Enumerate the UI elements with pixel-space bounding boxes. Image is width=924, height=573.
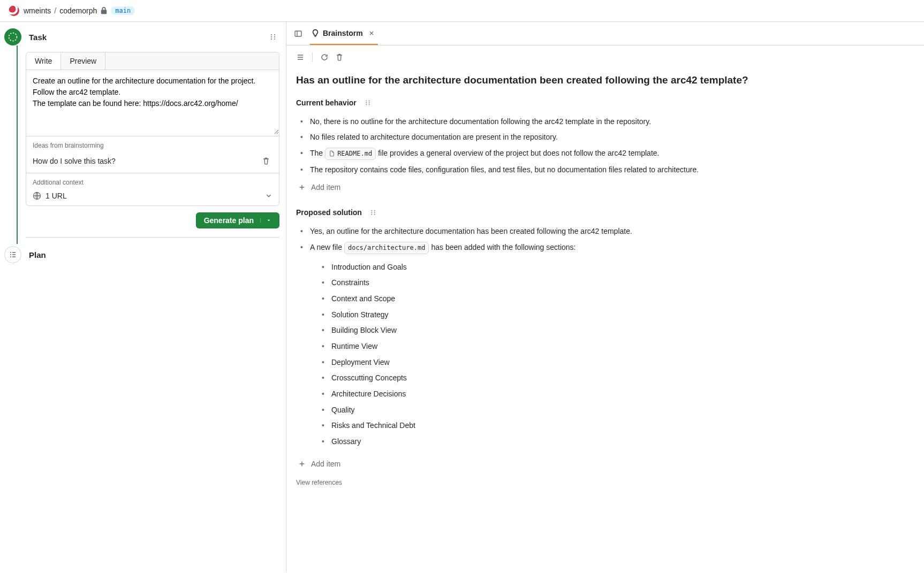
refresh-button[interactable]: [318, 51, 331, 64]
proposed-solution-list: Yes, an outline for the architecture doc…: [296, 224, 914, 454]
list-item: No, there is no outline for the architec…: [296, 114, 914, 130]
svg-point-14: [369, 104, 370, 105]
list-item: The repository contains code files, conf…: [296, 162, 914, 178]
list-item: Glossary: [317, 434, 914, 450]
text: has been added with the following sectio…: [431, 242, 575, 254]
tab-brainstorm-label: Brainstorm: [323, 29, 363, 37]
task-node-icon: [4, 28, 21, 45]
context-item-label: 1 URL: [46, 192, 67, 200]
generate-plan-button[interactable]: Generate plan: [196, 212, 279, 228]
list-item: Introduction and Goals: [317, 259, 914, 276]
current-behavior-heading: Current behavior: [296, 97, 914, 109]
left-pane: Task Write Preview Ideas from brainstorm…: [0, 22, 286, 572]
svg-point-11: [366, 104, 367, 105]
add-item-proposed[interactable]: Add item: [296, 456, 914, 478]
file-icon: [329, 150, 335, 157]
branch-pill[interactable]: main: [111, 6, 135, 15]
task-node-row: Task: [4, 28, 279, 45]
tab-write[interactable]: Write: [26, 52, 61, 70]
right-pane: Brainstorm Has an outline for the archit…: [286, 22, 924, 572]
trash-icon: [335, 53, 344, 62]
panel-toggle-icon[interactable]: [294, 29, 302, 38]
list-item: Runtime View: [317, 339, 914, 355]
svg-point-1: [271, 34, 272, 35]
trash-icon: [262, 157, 270, 165]
toolbar-divider: [312, 52, 313, 62]
svg-point-13: [369, 102, 370, 103]
svg-point-16: [371, 212, 372, 213]
editor-tabs: Write Preview: [26, 52, 279, 70]
view-references-link[interactable]: View references: [296, 479, 342, 486]
list-item: The README.md file provides a general ov…: [296, 146, 914, 162]
svg-point-17: [371, 214, 372, 215]
current-behavior-list: No, there is no outline for the architec…: [296, 114, 914, 178]
drag-handle-icon[interactable]: [267, 30, 279, 43]
delete-idea-button[interactable]: [260, 155, 272, 167]
list-item: Deployment View: [317, 355, 914, 371]
task-textarea[interactable]: [26, 70, 279, 134]
list-icon: [9, 250, 17, 259]
text: The: [310, 148, 323, 159]
lightbulb-icon: [311, 29, 320, 37]
menu-button[interactable]: [294, 51, 307, 64]
ideas-label: Ideas from brainstorming: [26, 136, 279, 151]
plan-title: Plan: [29, 250, 279, 259]
svg-point-2: [271, 36, 272, 37]
plan-node-row: Plan: [4, 246, 279, 263]
plus-icon: [298, 460, 306, 468]
avatar[interactable]: [9, 5, 19, 16]
svg-point-15: [371, 210, 372, 211]
list-item: No files related to architecture documen…: [296, 129, 914, 146]
list-item: Constraints: [317, 275, 914, 291]
readme-code-pill: README.md: [325, 148, 376, 160]
code-text: README.md: [337, 149, 372, 159]
menu-icon: [296, 53, 305, 62]
connector-line: [17, 45, 18, 244]
text: file provides a general overview of the …: [378, 148, 659, 159]
list-item: Building Block View: [317, 323, 914, 339]
generate-plan-label: Generate plan: [204, 216, 254, 225]
svg-point-19: [374, 212, 375, 213]
task-card: Write Preview Ideas from brainstorming H…: [26, 52, 279, 206]
context-label: Additional context: [26, 173, 279, 188]
caret-down-icon[interactable]: [260, 218, 271, 223]
code-text: docs/architecture.md: [348, 243, 426, 253]
drag-handle-icon[interactable]: [362, 97, 374, 109]
tab-preview[interactable]: Preview: [61, 52, 105, 70]
svg-point-6: [274, 39, 275, 40]
delete-button[interactable]: [333, 51, 346, 64]
list-item: Risks and Technical Debt: [317, 418, 914, 434]
svg-rect-8: [295, 31, 301, 36]
lock-icon: [100, 7, 108, 14]
right-toolbar: [286, 45, 924, 67]
architecture-code-pill: docs/architecture.md: [344, 242, 429, 254]
add-item-current[interactable]: Add item: [296, 180, 914, 201]
svg-point-12: [369, 100, 370, 101]
sections-list: Introduction and Goals Constraints Conte…: [317, 259, 914, 450]
close-tab-button[interactable]: [366, 29, 377, 37]
proposed-solution-label: Proposed solution: [296, 208, 362, 217]
breadcrumb-owner[interactable]: wmeints: [24, 6, 51, 15]
add-item-label: Add item: [311, 460, 340, 468]
plus-icon: [298, 184, 306, 191]
tab-brainstorm[interactable]: Brainstorm: [310, 22, 378, 45]
svg-point-10: [366, 102, 367, 103]
svg-point-18: [374, 210, 375, 211]
idea-text: How do I solve this task?: [33, 157, 260, 165]
list-item: Crosscutting Concepts: [317, 370, 914, 386]
drag-handle-icon[interactable]: [367, 207, 379, 218]
svg-point-5: [274, 36, 275, 37]
refresh-icon: [320, 53, 329, 62]
globe-icon: [33, 192, 41, 200]
breadcrumb-repo[interactable]: codemorph: [59, 6, 97, 15]
breadcrumb-separator: /: [54, 6, 56, 15]
breadcrumb: wmeints / codemorph main: [24, 6, 135, 15]
proposed-solution-heading: Proposed solution: [296, 207, 914, 218]
list-item: Context and Scope: [317, 291, 914, 307]
topbar: wmeints / codemorph main: [0, 0, 924, 22]
context-row[interactable]: 1 URL: [26, 188, 279, 205]
svg-point-3: [271, 39, 272, 40]
list-item: Quality: [317, 402, 914, 418]
task-title: Task: [29, 33, 259, 42]
idea-row: How do I solve this task?: [26, 151, 279, 173]
